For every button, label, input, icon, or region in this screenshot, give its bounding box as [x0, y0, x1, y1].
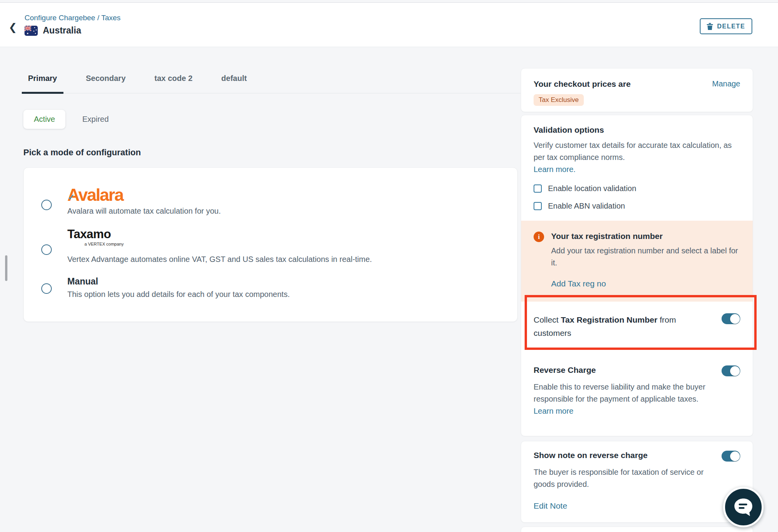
- tab-tax-code-2[interactable]: tax code 2: [153, 69, 194, 93]
- info-icon: i: [534, 232, 544, 242]
- transitional-taxation-card: Transitional Taxation Apply multiple tax…: [521, 527, 753, 532]
- mode-option-taxamo[interactable]: Taxamo a VERTEX company Vertex Advantage…: [24, 222, 517, 270]
- chat-bubble-icon: [733, 497, 754, 517]
- avalara-check-icon: ✓: [68, 193, 75, 202]
- add-tax-reg-link[interactable]: Add Tax reg no: [551, 279, 606, 288]
- tax-reg-title: Your tax registration number: [551, 232, 740, 241]
- edit-note-link[interactable]: Edit Note: [534, 501, 567, 511]
- show-note-title: Show note on reverse charge: [534, 451, 648, 460]
- checkbox-location-label: Enable location validation: [548, 184, 636, 193]
- tax-settings-card: Validation options Verify customer tax d…: [521, 115, 753, 436]
- reverse-charge-learn-more-link[interactable]: Learn more: [534, 407, 573, 415]
- validation-learn-more-link[interactable]: Learn more.: [534, 165, 576, 174]
- manage-link[interactable]: Manage: [712, 79, 740, 88]
- show-note-description: The buyer is responsible for taxation of…: [534, 466, 710, 490]
- reverse-charge-description: Enable this to reverse liability and mak…: [534, 383, 705, 403]
- tax-exclusive-badge: Tax Exclusive: [534, 94, 584, 106]
- tax-registration-notice: i Your tax registration number Add your …: [521, 221, 753, 302]
- checkbox-abn-validation[interactable]: Enable ABN validation: [534, 202, 740, 211]
- checkbox-icon[interactable]: [534, 202, 542, 210]
- avalara-description: Avalara will automate tax calculation fo…: [67, 207, 221, 216]
- manual-title: Manual: [67, 276, 290, 287]
- show-note-toggle[interactable]: [722, 451, 740, 462]
- collect-trn-toggle[interactable]: [722, 313, 740, 324]
- australia-flag-icon: [25, 26, 38, 36]
- delete-button-label: DELETE: [717, 23, 745, 30]
- taxamo-logo-subtext: a VERTEX company: [84, 242, 372, 246]
- filter-active[interactable]: Active: [23, 110, 65, 129]
- mode-heading: Pick a mode of configuration: [23, 147, 523, 158]
- filter-expired[interactable]: Expired: [82, 115, 109, 124]
- show-note-card: Show note on reverse charge The buyer is…: [521, 441, 753, 523]
- checkbox-abn-label: Enable ABN validation: [548, 202, 625, 211]
- reverse-charge-toggle[interactable]: [722, 365, 740, 376]
- checkbox-icon[interactable]: [534, 184, 542, 193]
- page-header: ❮ Configure Chargebee / Taxes Australia: [0, 3, 778, 47]
- collect-trn-label: Collect Tax Registration Number from cus…: [534, 313, 701, 340]
- reverse-charge-title: Reverse Charge: [534, 365, 596, 375]
- checkbox-location-validation[interactable]: Enable location validation: [534, 184, 740, 193]
- tab-bar: Primary Secondary tax code 2 default: [23, 69, 523, 93]
- validation-title: Validation options: [534, 125, 740, 135]
- tab-default[interactable]: default: [220, 69, 249, 93]
- mode-card: Avalara ✓ Avalara will automate tax calc…: [23, 167, 518, 322]
- scrollbar-thumb[interactable]: [5, 255, 7, 281]
- tax-reg-description: Add your tax registration number and sel…: [551, 245, 740, 269]
- chat-button[interactable]: [723, 487, 764, 527]
- delete-button[interactable]: DELETE: [700, 18, 752, 34]
- mode-option-manual[interactable]: Manual This option lets you add details …: [24, 270, 517, 305]
- validation-description: Verify customer tax details for accurate…: [534, 141, 732, 162]
- back-button[interactable]: ❮: [9, 22, 17, 32]
- checkout-prices-card: Your checkout prices are Manage Tax Excl…: [521, 68, 753, 112]
- manual-description: This option lets you add details for eac…: [67, 290, 290, 299]
- radio-manual[interactable]: [41, 283, 52, 294]
- breadcrumb[interactable]: Configure Chargebee / Taxes: [25, 14, 121, 22]
- reverse-charge-section: Reverse Charge Enable this to reverse li…: [521, 356, 753, 436]
- trash-icon: [707, 23, 713, 30]
- page-title: Australia: [43, 25, 81, 36]
- mode-option-avalara[interactable]: Avalara ✓ Avalara will automate tax calc…: [24, 179, 517, 222]
- tab-secondary[interactable]: Secondary: [84, 69, 127, 93]
- settings-panel: Your checkout prices are Manage Tax Excl…: [521, 68, 753, 532]
- collect-trn-section: Collect Tax Registration Number from cus…: [521, 302, 753, 356]
- avalara-logo: Avalara ✓: [67, 186, 123, 204]
- validation-options-section: Validation options Verify customer tax d…: [521, 115, 753, 221]
- status-filter: Active Expired: [23, 110, 523, 129]
- taxamo-description: Vertex Advantage automates online VAT, G…: [67, 255, 372, 264]
- tab-primary[interactable]: Primary: [26, 69, 59, 93]
- checkout-prices-title: Your checkout prices are: [534, 79, 630, 89]
- taxamo-logo: Taxamo: [67, 228, 372, 240]
- radio-avalara[interactable]: [41, 200, 52, 210]
- radio-taxamo[interactable]: [41, 244, 52, 255]
